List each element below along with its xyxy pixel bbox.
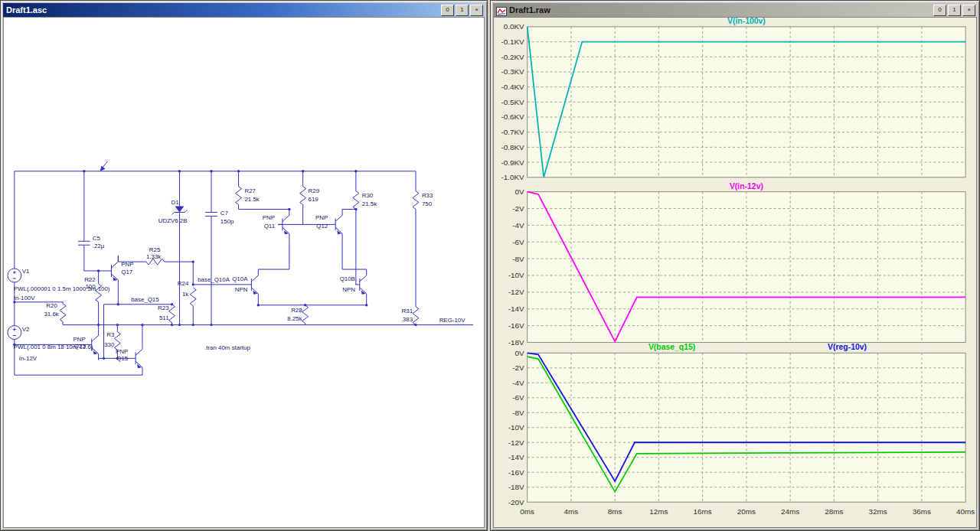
component-value-c7: 150p [220, 218, 234, 225]
component-label-q11: Q11 [264, 223, 276, 230]
trace-label[interactable]: V(reg-10v) [828, 343, 867, 351]
x-tick-label: 32ms [868, 507, 887, 516]
voltage-source-v2[interactable] [8, 326, 21, 340]
wire-junction [141, 324, 143, 326]
y-tick-label: -4V [512, 379, 524, 387]
schematic-window-title: Draft1.asc [6, 5, 47, 15]
transistor-symbol[interactable] [355, 269, 367, 300]
wire-junction [414, 324, 416, 326]
y-tick-label: -0.3KV [501, 67, 524, 76]
waveform-titlebar[interactable]: Draft1.raw 0 1 × [493, 3, 977, 17]
y-tick-label: -0.7KV [501, 128, 524, 136]
component-label-v1: V1 [22, 268, 30, 275]
component-value-r33: 750 [422, 200, 433, 207]
wire-junction [116, 324, 119, 326]
component-type-q12: PNP [315, 214, 328, 221]
resistor-symbol[interactable] [60, 304, 66, 322]
x-tick-label: 36ms [913, 507, 931, 516]
net-label-base-q10a[interactable]: base_Q10A [198, 276, 230, 283]
wire-junction [192, 260, 194, 262]
voltage-source-v1[interactable] [8, 269, 21, 282]
net-label-reg-10v[interactable]: REG-10V [439, 317, 466, 324]
close-button[interactable]: × [470, 5, 483, 16]
y-tick-label: -6V [512, 393, 524, 402]
component-label-q10a: Q10A [232, 275, 248, 282]
transistor-symbol[interactable] [331, 209, 342, 239]
schematic-window: Draft1.asc 0 1 × [0, 0, 488, 531]
wire-junction [210, 170, 212, 172]
net-label-in-12v[interactable]: In-12V [19, 355, 38, 362]
trace-label[interactable]: V(base_q15) [648, 343, 695, 351]
transistor-symbol[interactable] [106, 256, 118, 286]
wire-junction [103, 357, 105, 360]
wire-junction [354, 208, 357, 210]
resistor-symbol[interactable] [413, 191, 419, 210]
y-tick-label: -0.2KV [501, 53, 524, 61]
resistor-symbol[interactable] [114, 332, 120, 350]
component-value-d1: UDZV6 2B [158, 217, 188, 224]
y-tick-label: 0V [515, 187, 525, 196]
trace-label[interactable]: V(in-12v) [730, 182, 763, 191]
resistor-symbol[interactable] [302, 305, 309, 324]
arrow-annotation-head [100, 166, 106, 171]
component-label-r33: R33 [422, 192, 433, 199]
component-label-q17: Q17 [121, 269, 132, 275]
component-value-r3: 330 [104, 341, 115, 348]
ltspice-app: Draft1.asc 0 1 × [0, 0, 980, 531]
schematic-titlebar[interactable]: Draft1.asc 0 1 × [3, 3, 485, 17]
y-tick-label: -10V [508, 423, 524, 432]
resistor-symbol[interactable] [190, 288, 196, 306]
transistor-symbol[interactable] [247, 269, 258, 300]
y-tick-label: -0.6KV [501, 112, 524, 121]
schematic-drawing: V1 PWL(.000001 0 1.5m 1000 5m 100) In-10… [4, 18, 484, 527]
schematic-canvas[interactable]: V1 PWL(.000001 0 1.5m 1000 5m 100) In-10… [3, 17, 485, 528]
resistor-symbol[interactable] [236, 187, 242, 205]
wire-junction [83, 170, 85, 172]
component-label-q12: Q12 [316, 223, 328, 230]
waveform-window-title: Draft1.raw [509, 5, 550, 15]
wire-junction [171, 303, 173, 305]
y-tick-label: -14V [508, 453, 524, 461]
component-label-r29: R29 [309, 187, 320, 194]
maximize-button[interactable]: 1 [948, 5, 961, 16]
maximize-button[interactable]: 1 [456, 5, 469, 16]
x-tick-label: 40ms [956, 507, 975, 516]
trace-label[interactable]: V(in-100v) [727, 18, 766, 25]
component-value-r28: 8.25k [287, 315, 302, 322]
spice-directive[interactable]: .tran 40m startup [204, 344, 250, 351]
v2-polarity-marks [13, 328, 16, 336]
d1-zener-diode-symbol[interactable] [175, 207, 185, 213]
close-button[interactable]: × [962, 5, 975, 16]
wire-junction [117, 303, 119, 305]
wire-junction [192, 324, 194, 326]
transistor-symbol[interactable] [131, 343, 142, 373]
component-label-r31: R31 [402, 308, 413, 314]
plot-pane-0: 0.0KV-0.1KV-0.2KV-0.3KV-0.4KV-0.5KV-0.6K… [501, 18, 965, 181]
component-type-q17: PNP [121, 261, 133, 268]
wire-junction [288, 208, 290, 210]
component-label-r30: R30 [362, 192, 374, 199]
resistor-symbol[interactable] [353, 191, 359, 210]
component-label-r3: R3 [106, 331, 115, 338]
component-value-r23: 511 [159, 314, 169, 321]
wire-junction [178, 170, 181, 172]
component-label-v2: V2 [22, 326, 30, 333]
wire-junction [210, 324, 212, 326]
net-label-in-100v[interactable]: In-100V [14, 295, 35, 301]
resistor-symbol[interactable] [169, 305, 175, 323]
y-tick-label: -6V [512, 238, 524, 246]
y-tick-label: -0.1KV [501, 37, 524, 46]
net-label-base-q15[interactable]: base_Q15 [131, 296, 159, 303]
waveform-plots: 0.0KV-0.1KV-0.2KV-0.3KV-0.4KV-0.5KV-0.6K… [494, 18, 976, 527]
y-tick-label: -16V [508, 468, 524, 477]
component-label-r25: R25 [149, 246, 161, 253]
y-tick-label: -0.4KV [501, 83, 524, 91]
component-value-v1: PWL(.000001 0 1.5m 1000 5m 100) [14, 285, 110, 292]
y-tick-label: -10V [508, 271, 524, 279]
component-value-r25: 1.33k [146, 253, 161, 260]
minimize-button[interactable]: 0 [441, 5, 454, 16]
resistor-symbol[interactable] [413, 307, 419, 325]
minimize-button[interactable]: 0 [933, 5, 946, 16]
waveform-canvas[interactable]: 0.0KV-0.1KV-0.2KV-0.3KV-0.4KV-0.5KV-0.6K… [493, 17, 977, 528]
resistor-symbol[interactable] [300, 187, 306, 205]
